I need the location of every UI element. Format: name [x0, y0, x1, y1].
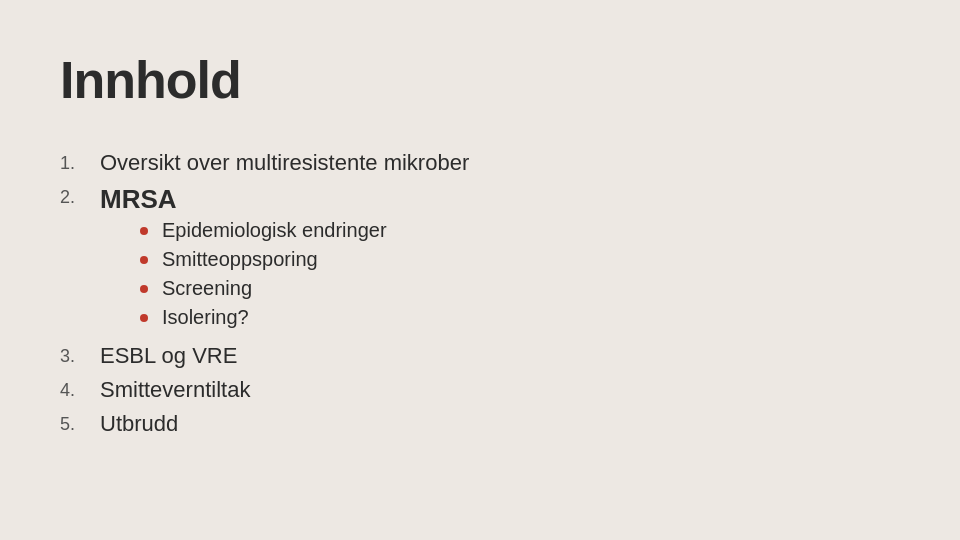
list-item-4: 4. Smitteverntiltak [60, 377, 900, 403]
sublist-item-1: Epidemiologisk endringer [140, 219, 387, 242]
list-item-2: 2. MRSA Epidemiologisk endringer Smitteo… [60, 184, 900, 335]
bullet-4 [140, 314, 148, 322]
sublist-text-2: Smitteoppsporing [162, 248, 318, 271]
list-number-1: 1. [60, 150, 100, 174]
list-item-2-content: MRSA Epidemiologisk endringer Smitteopps… [100, 184, 387, 335]
list-text-4: Smitteverntiltak [100, 377, 250, 403]
bullet-2 [140, 256, 148, 264]
main-list: 1. Oversikt over multiresistente mikrobe… [60, 150, 900, 437]
sublist-item-4: Isolering? [140, 306, 387, 329]
list-item-5: 5. Utbrudd [60, 411, 900, 437]
list-item-1: 1. Oversikt over multiresistente mikrobe… [60, 150, 900, 176]
list-number-3: 3. [60, 343, 100, 367]
bullet-1 [140, 227, 148, 235]
sublist-text-4: Isolering? [162, 306, 249, 329]
list-number-4: 4. [60, 377, 100, 401]
slide-title: Innhold [60, 50, 900, 110]
slide: Innhold 1. Oversikt over multiresistente… [0, 0, 960, 540]
sublist-text-3: Screening [162, 277, 252, 300]
sublist-text-1: Epidemiologisk endringer [162, 219, 387, 242]
list-item-3: 3. ESBL og VRE [60, 343, 900, 369]
sublist-item-3: Screening [140, 277, 387, 300]
list-text-3: ESBL og VRE [100, 343, 237, 369]
sublist-item-2: Smitteoppsporing [140, 248, 387, 271]
list-text-2: MRSA [100, 184, 177, 214]
bullet-3 [140, 285, 148, 293]
list-number-5: 5. [60, 411, 100, 435]
list-text-5: Utbrudd [100, 411, 178, 437]
list-text-1: Oversikt over multiresistente mikrober [100, 150, 469, 176]
list-number-2: 2. [60, 184, 100, 208]
sub-list-mrsa: Epidemiologisk endringer Smitteoppsporin… [140, 219, 387, 329]
